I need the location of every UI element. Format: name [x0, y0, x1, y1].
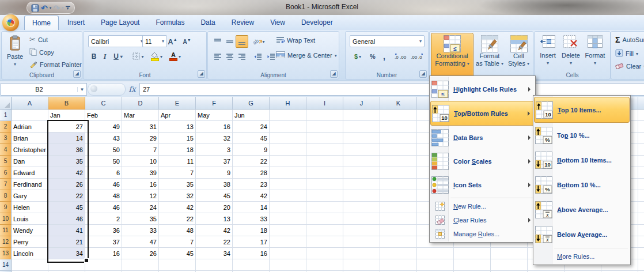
cell-K3[interactable] [380, 133, 417, 144]
row-header-1[interactable]: 1 [0, 109, 12, 121]
cell-G7[interactable]: 23 [233, 179, 270, 190]
comma-button[interactable]: , [379, 50, 389, 63]
autosum-button[interactable]: Σ AutoSum [615, 36, 644, 44]
cell-K14[interactable] [380, 259, 417, 271]
cell-A3[interactable]: Brian [12, 133, 48, 144]
cell-D12[interactable]: 47 [122, 236, 159, 248]
menu-item-more-rules[interactable]: More Rules... [534, 250, 630, 263]
grow-font-button[interactable]: A▲ [165, 35, 180, 48]
cell-I11[interactable] [306, 225, 343, 236]
cell-A12[interactable]: Perry [12, 236, 48, 248]
cell-B10[interactable]: 46 [48, 213, 85, 225]
cell-B7[interactable]: 26 [48, 179, 85, 190]
shrink-font-button[interactable]: A▼ [180, 35, 194, 48]
cell-F8[interactable]: 45 [196, 190, 233, 202]
font-color-button[interactable]: A ▾ [166, 50, 184, 63]
cell-c179[interactable] [638, 202, 644, 213]
cell-F4[interactable]: 3 [196, 144, 233, 156]
cell-F12[interactable]: 22 [196, 236, 233, 248]
cell-c177[interactable] [638, 179, 644, 190]
cell-c171[interactable] [638, 109, 644, 121]
row-header-8[interactable]: 8 [0, 190, 12, 202]
cell-D7[interactable]: 16 [122, 179, 159, 190]
cell-F10[interactable]: 13 [196, 213, 233, 225]
cell-J13[interactable] [343, 248, 380, 259]
cell-B12[interactable]: 21 [48, 236, 85, 248]
cell-c1313[interactable] [491, 248, 528, 259]
cell-J7[interactable] [343, 179, 380, 190]
cell-B1[interactable]: Jan [48, 109, 85, 121]
cell-c1114[interactable] [417, 259, 454, 271]
cell-G14[interactable] [233, 259, 270, 271]
cell-G5[interactable]: 22 [233, 156, 270, 167]
cell-D5[interactable]: 10 [122, 156, 159, 167]
row-header-4[interactable]: 4 [0, 144, 12, 156]
insert-cells-button[interactable]: Insert ▾ [537, 33, 559, 78]
cell-K2[interactable] [380, 121, 417, 133]
cell-C3[interactable]: 43 [85, 133, 122, 144]
cell-G6[interactable]: 28 [233, 167, 270, 179]
cell-D6[interactable]: 39 [122, 167, 159, 179]
column-header-F[interactable]: F [196, 97, 233, 109]
cell-c175[interactable] [638, 156, 644, 167]
cell-E2[interactable]: 13 [159, 121, 196, 133]
cell-c1714[interactable] [638, 259, 644, 271]
cell-B4[interactable]: 36 [48, 144, 85, 156]
cell-c178[interactable] [638, 190, 644, 202]
cell-K8[interactable] [380, 190, 417, 202]
wrap-text-button[interactable]: Wrap Text [276, 36, 315, 44]
cell-J6[interactable] [343, 167, 380, 179]
increase-decimal-button[interactable]: .0.00 [393, 50, 409, 63]
cell-C5[interactable]: 50 [85, 156, 122, 167]
number-format-dropdown-icon[interactable]: ▾ [419, 39, 422, 44]
tab-review[interactable]: Review [224, 16, 262, 30]
cell-E5[interactable]: 11 [159, 156, 196, 167]
menu-item-manage-rules[interactable]: Manage Rules... [430, 227, 535, 241]
font-size-combo[interactable]: 11▾ [142, 35, 167, 47]
cell-K5[interactable] [380, 156, 417, 167]
cell-E3[interactable]: 15 [159, 133, 196, 144]
menu-item-top-10[interactable]: %Top 10 %... [534, 123, 630, 148]
cell-B13[interactable]: 34 [48, 248, 85, 259]
delete-cells-button[interactable]: Delete ▾ [560, 33, 582, 78]
cell-E11[interactable]: 48 [159, 225, 196, 236]
cell-H1[interactable] [270, 109, 306, 121]
tab-developer[interactable]: Developer [294, 16, 340, 30]
cell-c1113[interactable] [417, 248, 454, 259]
cell-K9[interactable] [380, 202, 417, 213]
cell-J9[interactable] [343, 202, 380, 213]
align-middle-button[interactable] [223, 35, 236, 48]
menu-item-clear-rules[interactable]: Clear Rules [430, 213, 535, 227]
cell-F5[interactable]: 37 [196, 156, 233, 167]
column-header-E[interactable]: E [159, 97, 196, 109]
cell-D3[interactable]: 29 [122, 133, 159, 144]
menu-item-bottom-10[interactable]: %Bottom 10 %... [534, 172, 630, 197]
cell-C12[interactable]: 37 [85, 236, 122, 248]
cell-D10[interactable]: 35 [122, 213, 159, 225]
cell-c1710[interactable] [638, 213, 644, 225]
cell-styles-button[interactable]: Cell Styles▾ [506, 33, 532, 78]
paste-button[interactable]: Paste ▾ [3, 33, 26, 77]
cell-H12[interactable] [270, 236, 306, 248]
cell-c1712[interactable] [638, 236, 644, 248]
cell-B14[interactable] [48, 259, 85, 271]
cell-I7[interactable] [306, 179, 343, 190]
cell-H2[interactable] [270, 121, 306, 133]
cell-c176[interactable] [638, 167, 644, 179]
column-header-I[interactable]: I [306, 97, 343, 109]
cell-B5[interactable]: 35 [48, 156, 85, 167]
cell-C11[interactable]: 36 [85, 225, 122, 236]
cell-G3[interactable]: 45 [233, 133, 270, 144]
cell-E8[interactable]: 32 [159, 190, 196, 202]
format-as-table-button[interactable]: Format as Table▾ [475, 33, 505, 78]
cell-F11[interactable]: 42 [196, 225, 233, 236]
cell-G2[interactable]: 24 [233, 121, 270, 133]
format-cells-button[interactable]: Format ▾ [583, 33, 607, 78]
cell-C13[interactable]: 16 [85, 248, 122, 259]
cell-B3[interactable]: 14 [48, 133, 85, 144]
tab-view[interactable]: View [263, 16, 293, 30]
menu-item-above-average[interactable]: xAbove Average... [534, 197, 630, 222]
column-header-A[interactable]: A [12, 97, 48, 109]
tab-formulas[interactable]: Formulas [148, 16, 192, 30]
cell-c1711[interactable] [638, 225, 644, 236]
